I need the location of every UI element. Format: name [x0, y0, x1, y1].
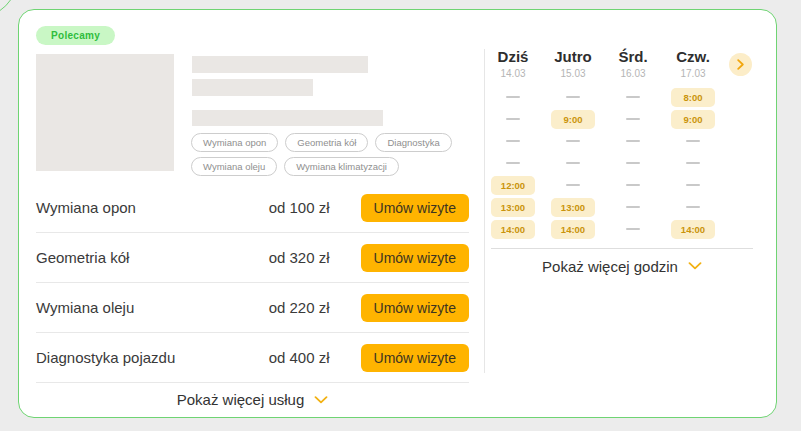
service-tag: Wymiana klimatyzacji [284, 157, 399, 176]
book-visit-button[interactable]: Umów wizyte [361, 344, 469, 372]
time-slot[interactable]: 8:00 [671, 88, 715, 107]
slot-unavailable-dash [626, 162, 640, 164]
next-days-button[interactable] [729, 53, 752, 76]
day-date: 15.03 [543, 68, 603, 79]
service-row: Diagnostyka pojazduod 400 złUmów wizyte [36, 333, 469, 383]
day-column-header: Czw.17.03 [663, 48, 723, 79]
day-label: Jutro [543, 48, 603, 65]
slot-unavailable-dash [626, 184, 640, 186]
service-tag: Wymiana opon [191, 133, 278, 152]
decorative-corner-arc [0, 0, 19, 19]
show-more-hours-label: Pokaż więcej godzin [542, 258, 678, 275]
time-slot[interactable]: 14:00 [551, 220, 595, 239]
booking-calendar: Dziś14.03Jutro15.03Śrd.16.03Czw.17.03 8:… [483, 48, 777, 281]
service-row: Wymiana oponod 100 złUmów wizyte [36, 183, 469, 233]
slot-unavailable-dash [506, 96, 520, 98]
show-more-services-label: Pokaż więcej usług [177, 391, 305, 408]
slot-unavailable-dash [626, 118, 640, 120]
calendar-divider [491, 248, 753, 249]
time-slot[interactable]: 12:00 [491, 176, 535, 195]
service-price: od 100 zł [269, 199, 330, 216]
day-date: 14.03 [483, 68, 543, 79]
service-row: Geometria kółod 320 złUmów wizyte [36, 233, 469, 283]
service-tag: Diagnostyka [375, 133, 451, 152]
chevron-down-icon [688, 262, 702, 270]
service-tags: Wymiana oponGeometria kółDiagnostykaWymi… [191, 133, 456, 176]
slot-unavailable-dash [686, 184, 700, 186]
slot-unavailable-dash [626, 140, 640, 142]
service-name: Wymiana opon [36, 199, 269, 216]
time-slot[interactable]: 9:00 [551, 110, 595, 129]
services-list: Wymiana oponod 100 złUmów wizyteGeometri… [36, 183, 469, 383]
slot-unavailable-dash [566, 162, 580, 164]
service-tag: Wymiana oleju [191, 157, 277, 176]
day-label: Śrd. [603, 48, 663, 65]
text-placeholder [192, 56, 368, 73]
slot-unavailable-dash [686, 162, 700, 164]
time-slot-grid: 8:009:009:0012:0013:0013:0014:0014:0014:… [483, 86, 777, 240]
text-placeholder [192, 79, 313, 96]
slot-unavailable-dash [566, 140, 580, 142]
book-visit-button[interactable]: Umów wizyte [361, 294, 469, 322]
chevron-down-icon [314, 396, 328, 404]
book-visit-button[interactable]: Umów wizyte [361, 194, 469, 222]
recommended-badge: Polecamy [36, 26, 115, 45]
service-tag: Geometria kół [285, 133, 368, 152]
slot-unavailable-dash [626, 206, 640, 208]
service-name: Diagnostyka pojazdu [36, 349, 269, 366]
day-column-header: Śrd.16.03 [603, 48, 663, 79]
chevron-right-icon [737, 59, 744, 70]
time-slot[interactable]: 13:00 [551, 198, 595, 217]
show-more-hours[interactable]: Pokaż więcej godzin [491, 251, 753, 281]
workshop-image-placeholder [36, 54, 174, 171]
text-placeholder [192, 110, 383, 126]
service-name: Wymiana oleju [36, 299, 269, 316]
day-column-header: Jutro15.03 [543, 48, 603, 79]
day-column-header: Dziś14.03 [483, 48, 543, 79]
workshop-card: Polecamy Wymiana oponGeometria kółDiagno… [18, 9, 777, 418]
service-price: od 320 zł [269, 249, 330, 266]
show-more-services[interactable]: Pokaż więcej usług [36, 383, 469, 416]
day-date: 16.03 [603, 68, 663, 79]
slot-unavailable-dash [506, 140, 520, 142]
service-price: od 220 zł [269, 299, 330, 316]
service-name: Geometria kół [36, 249, 269, 266]
time-slot[interactable]: 9:00 [671, 110, 715, 129]
time-slot[interactable]: 13:00 [491, 198, 535, 217]
slot-unavailable-dash [686, 206, 700, 208]
slot-unavailable-dash [566, 96, 580, 98]
day-date: 17.03 [663, 68, 723, 79]
service-row: Wymiana olejuod 220 złUmów wizyte [36, 283, 469, 333]
slot-unavailable-dash [506, 162, 520, 164]
day-label: Dziś [483, 48, 543, 65]
service-price: od 400 zł [269, 349, 330, 366]
slot-unavailable-dash [686, 140, 700, 142]
slot-unavailable-dash [626, 96, 640, 98]
day-label: Czw. [663, 48, 723, 65]
slot-unavailable-dash [566, 184, 580, 186]
slot-unavailable-dash [506, 118, 520, 120]
services-footer: Pokaż więcej usług [36, 383, 469, 416]
time-slot[interactable]: 14:00 [491, 220, 535, 239]
slot-unavailable-dash [626, 228, 640, 230]
time-slot[interactable]: 14:00 [671, 220, 715, 239]
book-visit-button[interactable]: Umów wizyte [361, 244, 469, 272]
